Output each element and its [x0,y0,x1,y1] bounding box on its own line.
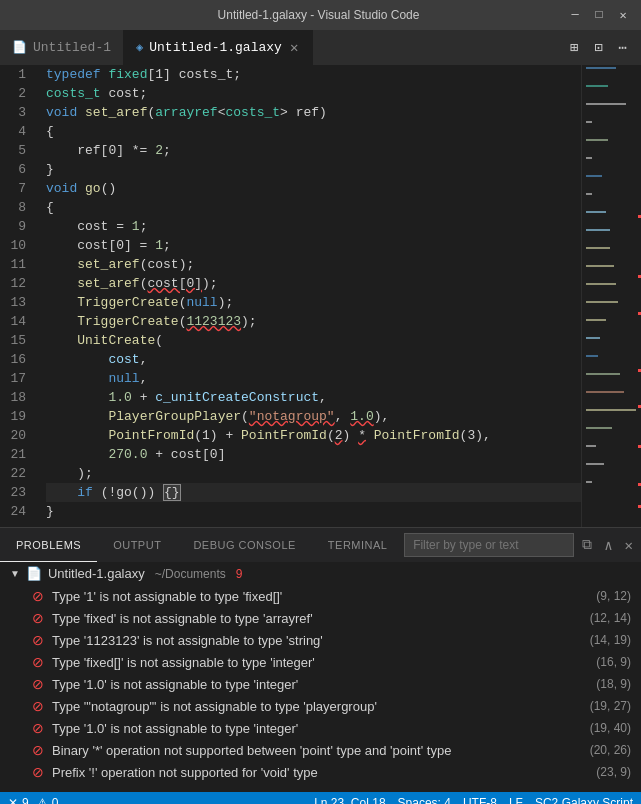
close-panel-icon[interactable]: ✕ [621,533,637,558]
error-icon: ⊘ [32,588,44,604]
problem-location: (12, 14) [590,611,631,625]
tab-label: Untitled-1.galaxy [149,40,282,55]
code-line-9: cost = 1; [46,217,581,236]
filter-input[interactable] [404,533,574,557]
code-line-14: TriggerCreate(1123123); [46,312,581,331]
code-line-24: } [46,502,581,521]
code-line-6: } [46,160,581,179]
tab-close-button[interactable]: ✕ [288,39,300,56]
tab-debug-console[interactable]: DEBUG CONSOLE [177,528,311,562]
tab-untitled1-galaxy[interactable]: ◈ Untitled-1.galaxy ✕ [124,30,313,65]
problems-panel[interactable]: ▼ 📄 Untitled-1.galaxy ~/Documents 9 ⊘ Ty… [0,562,641,792]
more-actions-icon[interactable]: ⋯ [615,35,631,60]
code-line-19: PlayerGroupPlayer("notagroup", 1.0), [46,407,581,426]
problem-text: Type '1.0' is not assignable to type 'in… [52,721,582,736]
problem-text: Prefix '!' operation not supported for '… [52,765,588,780]
error-icon: ⊘ [32,698,44,714]
problem-location: (19, 27) [590,699,631,713]
problem-location: (14, 19) [590,633,631,647]
error-status-icon: ✕ [8,796,18,804]
warn-status-icon: ⚠ [37,796,48,804]
problem-text: Type 'fixed[]' is not assignable to type… [52,655,588,670]
window-title: Untitled-1.galaxy - Visual Studio Code [70,8,567,22]
code-line-22: ); [46,464,581,483]
error-icon: ⊘ [32,654,44,670]
code-line-4: { [46,122,581,141]
problem-item-2[interactable]: ⊘ Type 'fixed' is not assignable to type… [0,607,641,629]
code-line-16: cost, [46,350,581,369]
cursor-position[interactable]: Ln 23, Col 18 [314,796,385,804]
code-line-12: set_aref(cost[0]); [46,274,581,293]
error-icon: ⊘ [32,720,44,736]
problem-location: (23, 9) [596,765,631,779]
error-count-badge: 9 [236,567,243,581]
tab-bar: 📄 Untitled-1 ◈ Untitled-1.galaxy ✕ ⊞ ⊡ ⋯ [0,30,641,65]
split-editor-icon[interactable]: ⊞ [566,35,582,60]
problem-text: Type 'fixed' is not assignable to type '… [52,611,582,626]
error-icon: ⊘ [32,676,44,692]
code-line-11: set_aref(cost); [46,255,581,274]
code-line-23: if (!go()) {} [46,483,581,502]
encoding-indicator[interactable]: UTF-8 [463,796,497,804]
error-status-count: 9 [22,796,29,804]
error-icon: ⊘ [32,632,44,648]
status-errors[interactable]: ✕ 9 ⚠ 0 [8,796,58,804]
code-line-15: UnitCreate( [46,331,581,350]
tab-terminal[interactable]: TERMINAL [312,528,404,562]
minimize-button[interactable]: ─ [567,7,583,23]
problem-text: Type '1' is not assignable to type 'fixe… [52,589,588,604]
panel-tabs: PROBLEMS OUTPUT DEBUG CONSOLE TERMINAL ⧉… [0,527,641,562]
maximize-button[interactable]: □ [591,7,607,23]
problem-location: (18, 9) [596,677,631,691]
close-window-button[interactable]: ✕ [615,7,631,23]
code-line-20: PointFromId(1) + PointFromId(2) * PointF… [46,426,581,445]
status-bar: ✕ 9 ⚠ 0 Ln 23, Col 18 Spaces: 4 UTF-8 LF… [0,792,641,804]
code-content[interactable]: typedef fixed[1] costs_t; costs_t cost; … [42,65,581,527]
tab-problems[interactable]: PROBLEMS [0,528,97,562]
code-line-21: 270.0 + cost[0] [46,445,581,464]
spaces-indicator[interactable]: Spaces: 4 [398,796,451,804]
problems-filepath: ~/Documents [155,567,226,581]
tab-label: Untitled-1 [33,40,111,55]
line-ending-indicator[interactable]: LF [509,796,523,804]
code-line-7: void go() [46,179,581,198]
collapse-icon[interactable]: ∧ [600,533,616,558]
code-line-17: null, [46,369,581,388]
file-icon: ◈ [136,40,143,55]
code-line-13: TriggerCreate(null); [46,293,581,312]
problems-file-header[interactable]: ▼ 📄 Untitled-1.galaxy ~/Documents 9 [0,562,641,585]
code-line-2: costs_t cost; [46,84,581,103]
problem-location: (20, 26) [590,743,631,757]
tab-output[interactable]: OUTPUT [97,528,177,562]
problem-text: Type '1123123' is not assignable to type… [52,633,582,648]
problem-item-1[interactable]: ⊘ Type '1' is not assignable to type 'fi… [0,585,641,607]
copy-icon[interactable]: ⧉ [578,533,596,557]
problems-filename: Untitled-1.galaxy [48,566,145,581]
problem-text: Type '"notagroup"' is not assignable to … [52,699,582,714]
problem-item-6[interactable]: ⊘ Type '"notagroup"' is not assignable t… [0,695,641,717]
chevron-down-icon: ▼ [10,568,20,579]
problem-item-4[interactable]: ⊘ Type 'fixed[]' is not assignable to ty… [0,651,641,673]
file-icon: 📄 [26,566,42,581]
problem-item-7[interactable]: ⊘ Type '1.0' is not assignable to type '… [0,717,641,739]
error-icon: ⊘ [32,764,44,780]
problem-item-9[interactable]: ⊘ Prefix '!' operation not supported for… [0,761,641,783]
problem-list: ⊘ Type '1' is not assignable to type 'fi… [0,585,641,783]
problem-item-3[interactable]: ⊘ Type '1123123' is not assignable to ty… [0,629,641,651]
code-line-1: typedef fixed[1] costs_t; [46,65,581,84]
error-icon: ⊘ [32,610,44,626]
file-icon: 📄 [12,40,27,55]
layout-icon[interactable]: ⊡ [590,35,606,60]
error-icon: ⊘ [32,742,44,758]
problem-location: (19, 40) [590,721,631,735]
problem-item-8[interactable]: ⊘ Binary '*' operation not supported bet… [0,739,641,761]
problem-location: (9, 12) [596,589,631,603]
tab-untitled1[interactable]: 📄 Untitled-1 [0,30,124,65]
code-line-3: void set_aref(arrayref<costs_t> ref) [46,103,581,122]
code-line-10: cost[0] = 1; [46,236,581,255]
title-bar: Untitled-1.galaxy - Visual Studio Code ─… [0,0,641,30]
problem-item-5[interactable]: ⊘ Type '1.0' is not assignable to type '… [0,673,641,695]
language-indicator[interactable]: SC2 Galaxy Script [535,796,633,804]
minimap [581,65,641,527]
problem-text: Binary '*' operation not supported betwe… [52,743,582,758]
